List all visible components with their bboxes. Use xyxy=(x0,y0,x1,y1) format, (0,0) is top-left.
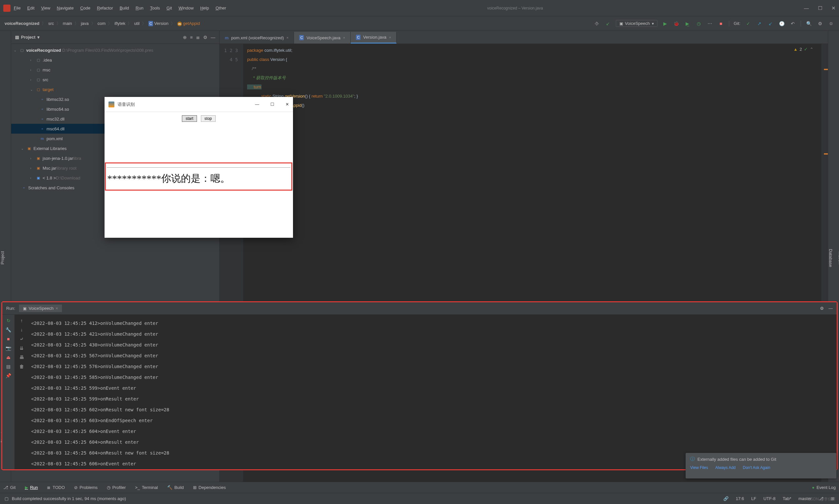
settings-icon[interactable]: ⚙ xyxy=(817,20,823,27)
tool-windows-icon[interactable]: ▢ xyxy=(5,496,8,501)
popup-minimize-icon[interactable]: — xyxy=(255,102,259,107)
tool-window-dependencies[interactable]: ⊞ Dependencies xyxy=(193,485,226,490)
always-add-link[interactable]: Always Add xyxy=(715,465,735,470)
breadcrumb-item[interactable]: com xyxy=(98,21,106,26)
status-item[interactable]: UTF-8 xyxy=(763,496,775,501)
tool-window-build[interactable]: 🔨 Build xyxy=(167,485,184,490)
scroll-icon[interactable]: ⇊ xyxy=(20,345,23,351)
git-rollback-icon[interactable]: ↶ xyxy=(789,20,796,27)
search-icon[interactable]: 🔍 xyxy=(806,20,812,27)
editor-tab[interactable]: CVersion.java× xyxy=(351,32,397,43)
status-item[interactable]: LF xyxy=(751,496,756,501)
git-push-icon[interactable]: ↗ xyxy=(756,20,763,27)
tree-root[interactable]: ⌄▢voiceRecognized D:\Program Files\03.Fi… xyxy=(11,45,219,55)
maximize-icon[interactable]: ☐ xyxy=(818,5,822,11)
git-commit-icon[interactable]: ✓ xyxy=(745,20,751,27)
tool-window-terminal[interactable]: >_ Terminal xyxy=(135,485,158,490)
console-output[interactable]: <2022-08-03 12:45:25 412>onVolumeChanged… xyxy=(29,315,837,469)
menu-code[interactable]: Code xyxy=(80,5,90,11)
menu-view[interactable]: View xyxy=(41,5,50,11)
menu-edit[interactable]: Edit xyxy=(27,5,34,11)
event-log[interactable]: ● Event Log xyxy=(812,485,836,490)
wrench-icon[interactable]: 🔧 xyxy=(5,327,11,332)
stop-icon[interactable]: ■ xyxy=(718,20,724,27)
breadcrumb-item[interactable]: src xyxy=(48,21,54,26)
stop-icon[interactable]: ■ xyxy=(7,336,10,342)
view-files-link[interactable]: View Files xyxy=(690,465,708,470)
gear-icon[interactable]: ⚙ xyxy=(820,306,824,311)
dont-ask-link[interactable]: Don't Ask Again xyxy=(743,465,770,470)
layout-icon[interactable]: ▤ xyxy=(6,364,11,369)
rerun-icon[interactable]: ↻ xyxy=(6,318,11,323)
menu-refactor[interactable]: Refactor xyxy=(97,5,113,11)
clipboard-icon[interactable]: 🔗 xyxy=(723,496,729,501)
locate-icon[interactable]: ⊕ xyxy=(183,35,187,40)
run-icon[interactable]: ▶ xyxy=(662,20,668,27)
project-label[interactable]: ▤ Project ▾ xyxy=(15,35,180,40)
debug-icon[interactable]: 🐞 xyxy=(673,20,680,27)
clear-icon[interactable]: 🗑 xyxy=(19,364,24,369)
menu-other[interactable]: Other xyxy=(216,5,226,11)
popup-maximize-icon[interactable]: ☐ xyxy=(270,102,274,107)
editor-tab[interactable]: mpom.xml (voiceRecognized)× xyxy=(220,32,294,43)
tool-window-problems[interactable]: ⊘ Problems xyxy=(74,485,98,490)
tool-window-profiler[interactable]: ◷ Profiler xyxy=(107,485,126,490)
menu-help[interactable]: Help xyxy=(200,5,209,11)
exit-icon[interactable]: ⏏ xyxy=(6,355,11,360)
popup-close-icon[interactable]: ✕ xyxy=(285,102,289,107)
pin-icon[interactable]: 📌 xyxy=(5,373,11,378)
breadcrumb-item[interactable]: main xyxy=(63,21,72,26)
down-icon[interactable]: ↓ xyxy=(21,327,23,332)
up-icon[interactable]: ↑ xyxy=(21,318,23,323)
editor-tab[interactable]: CVoiceSpeech.java× xyxy=(294,32,351,43)
run-config-tab[interactable]: ▣ VoiceSpeech × xyxy=(19,305,62,312)
tool-window-git[interactable]: ⎇ Git xyxy=(3,485,16,490)
menu-window[interactable]: Window xyxy=(179,5,194,11)
camera-icon[interactable]: 📷 xyxy=(5,345,11,351)
database-tab[interactable]: Database xyxy=(828,247,833,269)
breadcrumb-item[interactable]: C Version xyxy=(148,21,169,26)
run-config-dropdown[interactable]: ▣ VoiceSpeech ▾ xyxy=(616,20,658,27)
stop-button[interactable]: stop xyxy=(201,115,216,122)
menu-run[interactable]: Run xyxy=(136,5,143,11)
maven-tab[interactable]: Maven xyxy=(838,250,839,266)
inspections-widget[interactable]: ▲ 2 ✓ ⌃ xyxy=(793,47,814,52)
status-item[interactable]: 17:6 xyxy=(736,496,744,501)
start-button[interactable]: start xyxy=(182,115,197,122)
project-tab[interactable]: Project xyxy=(0,249,5,266)
tree-item[interactable]: ⌄▢target xyxy=(11,85,219,94)
hide-icon[interactable]: — xyxy=(211,35,215,40)
settings-icon[interactable]: ⚙ xyxy=(203,35,207,40)
tool-window-run[interactable]: ▶ Run xyxy=(25,485,38,490)
git-pull-icon[interactable]: ↙ xyxy=(767,20,774,27)
collapse-icon[interactable]: ≣ xyxy=(196,35,200,40)
tool-window-todo[interactable]: ≣ TODO xyxy=(47,485,65,490)
wrap-icon[interactable]: ⤶ xyxy=(20,336,23,342)
tree-item[interactable]: ›▢src xyxy=(11,75,219,85)
print-icon[interactable]: 🖶 xyxy=(19,355,24,360)
breadcrumb-item[interactable]: java xyxy=(81,21,89,26)
menu-navigate[interactable]: Navigate xyxy=(57,5,73,11)
attach-icon[interactable]: ⋯ xyxy=(706,20,713,27)
tree-item[interactable]: ›▢msc xyxy=(11,65,219,75)
status-item[interactable]: Tab* xyxy=(783,496,791,501)
hide-icon[interactable]: — xyxy=(828,306,833,311)
tree-item[interactable]: ›▢.idea xyxy=(11,55,219,65)
breadcrumb-item[interactable]: util xyxy=(134,21,140,26)
minimize-icon[interactable]: — xyxy=(804,5,809,11)
hammer-icon[interactable]: ↙ xyxy=(605,20,611,27)
close-icon[interactable]: ✕ xyxy=(832,5,836,11)
git-history-icon[interactable]: 🕘 xyxy=(779,20,785,27)
menu-tools[interactable]: Tools xyxy=(150,5,160,11)
breadcrumb-item[interactable]: m getAppid xyxy=(177,21,200,26)
breadcrumb-item[interactable]: iflytek xyxy=(115,21,125,26)
menu-file[interactable]: File xyxy=(14,5,21,11)
expand-icon[interactable]: ≡ xyxy=(190,35,193,40)
gear-icon[interactable]: ⛭ xyxy=(828,20,834,27)
menu-git[interactable]: Git xyxy=(167,5,172,11)
coverage-icon[interactable]: ▶̲ xyxy=(684,20,691,27)
menu-build[interactable]: Build xyxy=(120,5,129,11)
profile-icon[interactable]: ◷ xyxy=(696,20,702,27)
breadcrumb-item[interactable]: voiceRecognized xyxy=(5,21,39,26)
user-icon[interactable]: ⯑ xyxy=(594,20,600,27)
